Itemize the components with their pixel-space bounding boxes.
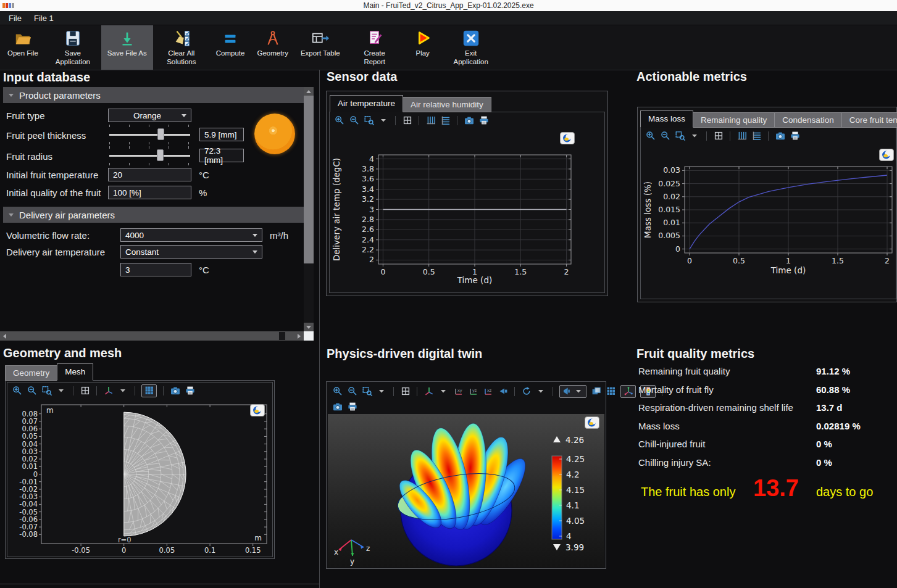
extents-button[interactable] <box>713 131 724 141</box>
caret-button[interactable] <box>378 115 389 126</box>
perspective-button[interactable] <box>498 386 508 397</box>
axis-triad-button[interactable] <box>103 386 114 396</box>
initial-quality-field[interactable]: 100 [%] <box>108 186 191 199</box>
extents-button[interactable] <box>402 115 412 126</box>
camera-button[interactable] <box>464 115 474 126</box>
tab-geometry[interactable]: Geometry <box>5 365 57 381</box>
print-button[interactable] <box>790 131 800 141</box>
digital-twin-title: Physics-driven digital twin <box>327 347 482 361</box>
digital-twin-3d-view[interactable]: 4.264.254.24.154.14.0543.99 xyz <box>328 414 604 567</box>
menu-file[interactable]: File <box>2 12 28 24</box>
print-button[interactable] <box>478 115 489 126</box>
extents-button[interactable] <box>80 386 90 396</box>
extents-button[interactable] <box>400 386 411 397</box>
triad-toggle-button[interactable] <box>623 386 633 397</box>
open-file-button[interactable]: Open File <box>1 25 44 70</box>
caret-button[interactable] <box>536 386 546 397</box>
svg-text:2.6: 2.6 <box>362 225 374 234</box>
zoom-in-button[interactable] <box>332 386 343 397</box>
camera-button[interactable] <box>170 386 180 396</box>
svg-text:0.01: 0.01 <box>663 218 680 227</box>
rotate-button[interactable] <box>521 386 532 397</box>
tab-mesh[interactable]: Mesh <box>57 363 93 381</box>
radius-slider-thumb[interactable] <box>157 149 164 161</box>
grid-button[interactable] <box>606 386 616 397</box>
caret-button[interactable] <box>118 386 128 396</box>
zoom-box-button[interactable] <box>675 131 685 141</box>
play-button[interactable]: Play <box>403 25 443 70</box>
x-grid-button[interactable] <box>736 131 747 141</box>
caret-button[interactable] <box>438 386 449 397</box>
peel-thickness-value[interactable]: 5.9 [mm] <box>199 128 244 141</box>
view-xz-button[interactable]: xz <box>483 386 493 397</box>
tab-condensation[interactable]: Condensation <box>774 112 841 128</box>
scroll-up-button[interactable] <box>304 87 314 96</box>
camera-button[interactable] <box>332 402 343 412</box>
exit-application-button[interactable]: Exit Application <box>443 25 499 70</box>
fruit-type-dropdown[interactable]: Orange <box>108 109 191 122</box>
grid-button[interactable] <box>144 386 154 396</box>
tab-core-fruit-temperature[interactable]: Core fruit temperature <box>841 112 897 128</box>
scene-light-button[interactable] <box>562 386 572 397</box>
caret-button[interactable] <box>377 386 387 397</box>
sensor-chart[interactable]: 22.22.42.62.833.23.43.63.8400.511.52Time… <box>331 129 604 286</box>
zoom-out-button[interactable] <box>347 386 357 397</box>
scroll-down-button[interactable] <box>304 323 314 331</box>
export-table-button[interactable]: Export Table <box>294 25 346 70</box>
camera-icon <box>170 386 180 395</box>
zoom-in-button[interactable] <box>12 386 22 396</box>
view-yz-button[interactable]: yz <box>468 386 478 397</box>
mesh-plot[interactable]: 0.080.070.060.050.040.030.020.010-0.01-0… <box>9 399 271 555</box>
product-parameters-header[interactable]: Product parameters <box>3 87 304 103</box>
caret-button[interactable] <box>690 131 700 141</box>
create-report-button[interactable]: Create Report <box>346 25 403 70</box>
zoom-box-button[interactable] <box>362 386 372 397</box>
tab-mass-loss[interactable]: Mass loss <box>640 110 693 128</box>
y-grid-button[interactable] <box>751 131 762 141</box>
geometry-mesh-panel: 0.080.070.060.050.040.030.020.010-0.01-0… <box>5 380 275 559</box>
tab-air-temperature[interactable]: Air temperature <box>330 95 403 112</box>
caret-button[interactable] <box>56 386 67 396</box>
y-grid-button[interactable] <box>440 115 451 126</box>
zoom-box-button[interactable] <box>41 386 52 396</box>
initial-temp-field[interactable]: 20 <box>108 168 191 181</box>
axis-triad-button[interactable] <box>423 386 434 397</box>
zoom-out-button[interactable] <box>660 131 670 141</box>
fruit-radius-value[interactable]: 72.3 [mm] <box>199 149 244 162</box>
view-xy-button[interactable]: xy <box>453 386 464 397</box>
scroll-right-button[interactable] <box>294 331 304 341</box>
peel-slider-thumb[interactable] <box>157 128 164 140</box>
svg-text:4.1: 4.1 <box>566 500 579 510</box>
save-file-as-button[interactable]: Save File As <box>101 25 153 70</box>
transparency-button[interactable] <box>591 386 601 397</box>
scroll-thumb[interactable] <box>304 96 314 263</box>
mass-loss-chart[interactable]: 00.0050.010.0150.020.0250.0300.511.52Tim… <box>642 144 895 276</box>
air-temp-value-field[interactable]: 3 <box>120 263 191 276</box>
caret-button[interactable] <box>574 386 584 397</box>
tab-air-relative-humidity[interactable]: Air relative humidity <box>403 97 491 112</box>
clear-all-solutions-button[interactable]: Clear All Solutions <box>153 25 210 70</box>
print-button[interactable] <box>347 402 357 412</box>
peel-thickness-slider[interactable] <box>108 128 191 141</box>
zoom-box-button[interactable] <box>364 115 374 126</box>
geometry-button[interactable]: Geometry <box>251 25 294 70</box>
zoom-in-button[interactable] <box>645 131 656 141</box>
zoom-in-button[interactable] <box>334 115 344 126</box>
zoom-out-button[interactable] <box>27 386 37 396</box>
x-grid-button[interactable] <box>425 115 436 126</box>
compute-button[interactable]: Compute <box>210 25 251 70</box>
print-button[interactable] <box>185 386 195 396</box>
camera-button[interactable] <box>775 131 785 141</box>
fruit-radius-slider[interactable] <box>108 149 191 162</box>
save-application-button[interactable]: Save Application <box>44 25 101 70</box>
menu-file-1[interactable]: File 1 <box>28 12 60 24</box>
input-vertical-scrollbar[interactable] <box>304 87 314 331</box>
air-temp-mode-dropdown[interactable]: Constant <box>120 245 262 259</box>
zoom-out-button[interactable] <box>349 115 359 126</box>
scroll-thumb[interactable] <box>279 332 285 340</box>
delivery-air-header[interactable]: Delivery air parameters <box>3 207 304 223</box>
flow-rate-dropdown[interactable]: 4000 <box>120 228 262 242</box>
input-horizontal-scrollbar[interactable] <box>0 331 304 341</box>
scroll-left-button[interactable] <box>0 331 9 341</box>
tab-remaining-quality[interactable]: Remaining quality <box>693 112 775 128</box>
